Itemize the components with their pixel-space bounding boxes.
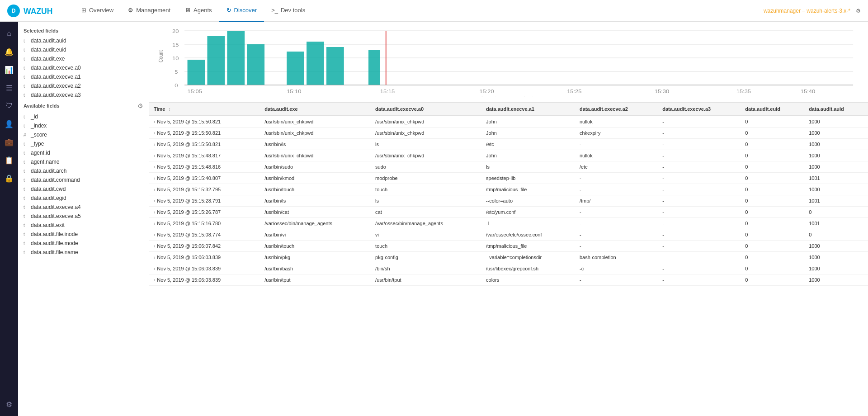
cell-exe: /usr/sbin/unix_chkpwd: [260, 128, 371, 139]
cell-a2: /tmp/: [575, 195, 658, 207]
available-field-item[interactable]: t_index: [18, 121, 149, 130]
available-field-item[interactable]: t_id: [18, 112, 149, 121]
cell-a1: /etc/yum.conf: [481, 207, 575, 218]
selected-field-item[interactable]: tdata.audit.execve.a3: [18, 90, 149, 99]
cell-a2: bash-completion: [575, 252, 658, 263]
cell-a0: cat: [371, 207, 481, 218]
svg-text:15:35: 15:35: [736, 89, 751, 94]
nav-tab-discover[interactable]: ↻ Discover: [219, 0, 264, 22]
available-field-item[interactable]: tdata.audit.execve.a5: [18, 212, 149, 221]
field-type-indicator: t: [24, 66, 28, 71]
sidebar-alerts-icon[interactable]: 🔔: [1, 43, 17, 60]
col-header-a3[interactable]: data.audit.execve.a3: [658, 103, 741, 116]
col-header-auid[interactable]: data.audit.auid: [804, 103, 868, 116]
selected-fields-list: tdata.audit.auidtdata.audit.euidtdata.au…: [18, 36, 149, 99]
expand-row-button[interactable]: ›: [154, 244, 157, 249]
sidebar-chart-icon[interactable]: 📊: [1, 61, 17, 78]
available-fields-settings-icon[interactable]: ⚙: [137, 102, 143, 109]
selected-field-item[interactable]: tdata.audit.euid: [18, 45, 149, 54]
overview-icon: ⊞: [81, 7, 86, 14]
sidebar-shield-icon[interactable]: 🛡: [1, 98, 17, 114]
field-name-label: data.audit.exe: [31, 56, 65, 62]
col-header-a1[interactable]: data.audit.execve.a1: [481, 103, 575, 116]
selected-field-item[interactable]: tdata.audit.auid: [18, 36, 149, 45]
available-field-item[interactable]: tdata.audit.egid: [18, 194, 149, 203]
cell-time: ›Nov 5, 2019 @ 15:06:07.842: [149, 241, 260, 252]
cell-time: ›Nov 5, 2019 @ 15:06:03.839: [149, 263, 260, 274]
expand-row-button[interactable]: ›: [154, 187, 157, 192]
available-fields-header: Available fields ⚙: [18, 99, 149, 112]
field-type-indicator: t: [24, 84, 28, 89]
field-name-label: agent.id: [31, 150, 50, 156]
col-header-a2[interactable]: data.audit.execve.a2: [575, 103, 658, 116]
selected-field-item[interactable]: tdata.audit.execve.a1: [18, 72, 149, 81]
expand-row-button[interactable]: ›: [154, 210, 157, 215]
nav-tab-agents[interactable]: 🖥 Agents: [178, 0, 219, 22]
sidebar-person-icon[interactable]: 👤: [1, 116, 17, 132]
nav-tab-management[interactable]: ⚙ Management: [121, 0, 178, 22]
available-fields-list: t_idt_index#_scoret_typetagent.idtagent.…: [18, 112, 149, 257]
selected-field-item[interactable]: tdata.audit.execve.a2: [18, 81, 149, 90]
field-type-indicator: t: [24, 232, 28, 237]
col-header-euid[interactable]: data.audit.euid: [741, 103, 804, 116]
expand-row-button[interactable]: ›: [154, 142, 157, 147]
expand-row-button[interactable]: ›: [154, 255, 157, 260]
available-field-item[interactable]: tagent.id: [18, 148, 149, 157]
available-field-item[interactable]: tdata.audit.exit: [18, 221, 149, 230]
cell-exe: /usr/sbin/unix_chkpwd: [260, 116, 371, 128]
sidebar-security-icon[interactable]: 🔒: [1, 170, 17, 186]
expand-row-button[interactable]: ›: [154, 199, 157, 203]
sidebar-home-icon[interactable]: ⌂: [1, 25, 17, 42]
cell-a1: --color=auto: [481, 195, 575, 207]
nav-tab-devtools[interactable]: >_ Dev tools: [264, 0, 312, 22]
selected-field-item[interactable]: tdata.audit.exe: [18, 54, 149, 63]
expand-row-button[interactable]: ›: [154, 119, 157, 124]
expand-row-button[interactable]: ›: [154, 232, 157, 237]
expand-row-button[interactable]: ›: [154, 278, 157, 283]
cell-a2: -: [575, 184, 658, 195]
col-header-exe[interactable]: data.audit.exe: [260, 103, 371, 116]
available-field-item[interactable]: tdata.audit.arch: [18, 166, 149, 175]
sidebar-book-icon[interactable]: 📋: [1, 152, 17, 168]
selected-field-item[interactable]: tdata.audit.execve.a0: [18, 63, 149, 72]
cell-exe: /usr/bin/vi: [260, 229, 371, 241]
bar-2: [208, 36, 225, 85]
cell-auid: 1000: [804, 116, 868, 128]
table-row: ›Nov 5, 2019 @ 15:15:50.821 /usr/bin/ls …: [149, 139, 868, 150]
expand-row-button[interactable]: ›: [154, 176, 157, 181]
expand-row-button[interactable]: ›: [154, 153, 157, 158]
cell-a3: -: [658, 116, 741, 128]
available-field-item[interactable]: tagent.name: [18, 157, 149, 166]
expand-row-button[interactable]: ›: [154, 165, 157, 170]
available-field-item[interactable]: tdata.audit.file.inode: [18, 230, 149, 239]
nav-tab-overview[interactable]: ⊞ Overview: [74, 0, 121, 22]
sidebar-briefcase-icon[interactable]: 💼: [1, 134, 17, 150]
sidebar-gear-icon[interactable]: ⚙: [1, 396, 17, 412]
field-name-label: data.audit.cwd: [31, 186, 66, 192]
table-row: ›Nov 5, 2019 @ 15:15:48.816 /usr/bin/sud…: [149, 161, 868, 173]
svg-text:timestamp per minute: timestamp per minute: [481, 95, 537, 96]
field-name-label: data.audit.euid: [31, 47, 66, 53]
field-type-indicator: t: [24, 223, 28, 228]
top-settings-icon[interactable]: ⚙: [856, 8, 861, 14]
field-name-label: data.audit.execve.a3: [31, 92, 81, 98]
cell-time: ›Nov 5, 2019 @ 15:15:16.780: [149, 218, 260, 229]
col-header-a0[interactable]: data.audit.execve.a0: [371, 103, 481, 116]
available-field-item[interactable]: tdata.audit.file.mode: [18, 239, 149, 248]
available-field-item[interactable]: tdata.audit.cwd: [18, 184, 149, 194]
bar-8: [368, 50, 380, 85]
cell-a3: -: [658, 184, 741, 195]
available-field-item[interactable]: #_score: [18, 130, 149, 139]
available-field-item[interactable]: tdata.audit.execve.a4: [18, 203, 149, 212]
cell-a1: /tmp/malicious_file: [481, 241, 575, 252]
field-name-label: _type: [31, 141, 44, 147]
available-field-item[interactable]: tdata.audit.command: [18, 175, 149, 184]
sidebar-list-icon[interactable]: ☰: [1, 80, 17, 96]
expand-row-button[interactable]: ›: [154, 221, 157, 226]
available-field-item[interactable]: t_type: [18, 139, 149, 148]
col-header-time[interactable]: Time ↕: [149, 103, 260, 116]
expand-row-button[interactable]: ›: [154, 131, 157, 136]
available-field-item[interactable]: tdata.audit.file.name: [18, 248, 149, 257]
expand-row-button[interactable]: ›: [154, 266, 157, 271]
cell-a2: nullok: [575, 150, 658, 161]
